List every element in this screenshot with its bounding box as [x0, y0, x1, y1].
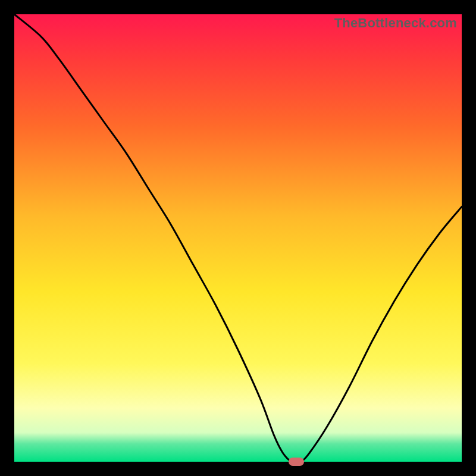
chart-frame: TheBottleneck.com [0, 0, 476, 476]
chart-plot-area: TheBottleneck.com [14, 14, 462, 462]
bottleneck-curve [14, 14, 462, 462]
optimal-point-marker [289, 458, 304, 466]
